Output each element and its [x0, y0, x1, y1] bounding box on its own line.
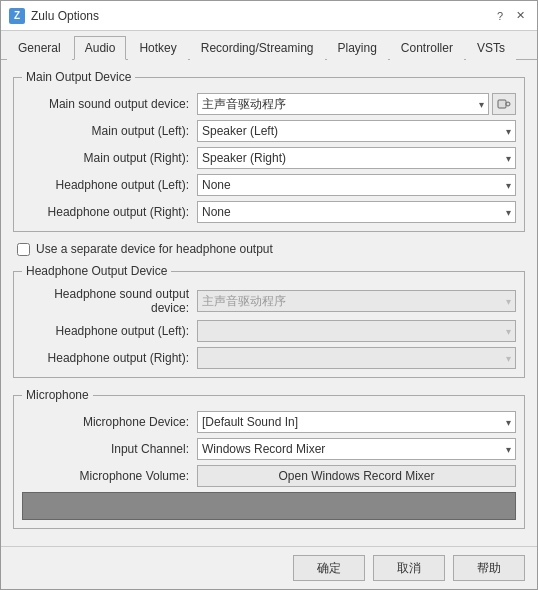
separate-headphone-checkbox[interactable]	[17, 243, 30, 256]
headphone-output-right-dropdown[interactable]: None ▾	[197, 201, 516, 223]
tabs-bar: General Audio Hotkey Recording/Streaming…	[1, 31, 537, 60]
dropdown-arrow: ▾	[506, 417, 511, 428]
dropdown-arrow: ▾	[479, 99, 484, 110]
input-channel-label: Input Channel:	[22, 442, 197, 456]
main-output-right-dropdown[interactable]: Speaker (Right) ▾	[197, 147, 516, 169]
headphone-device-left-dropdown[interactable]: ▾	[197, 320, 516, 342]
tab-controller[interactable]: Controller	[390, 36, 464, 60]
microphone-group: Microphone Microphone Device: [Default S…	[13, 388, 525, 529]
input-channel-dropdown[interactable]: Windows Record Mixer ▾	[197, 438, 516, 460]
headphone-sound-output-dropdown[interactable]: 主声音驱动程序 ▾	[197, 290, 516, 312]
tab-recording-streaming[interactable]: Recording/Streaming	[190, 36, 325, 60]
headphone-device-right-dropdown[interactable]: ▾	[197, 347, 516, 369]
headphone-sound-output-row: Headphone sound output device: 主声音驱动程序 ▾	[22, 287, 516, 315]
headphone-output-right-row: Headphone output (Right): None ▾	[22, 201, 516, 223]
svg-point-1	[506, 102, 510, 106]
content-area: Main Output Device Main sound output dev…	[1, 60, 537, 546]
microphone-volume-row: Microphone Volume: Open Windows Record M…	[22, 465, 516, 487]
separate-headphone-label: Use a separate device for headphone outp…	[36, 242, 273, 256]
main-sound-output-icon-btn[interactable]	[492, 93, 516, 115]
main-output-left-row: Main output (Left): Speaker (Left) ▾	[22, 120, 516, 142]
microphone-device-row: Microphone Device: [Default Sound In] ▾	[22, 411, 516, 433]
dropdown-arrow: ▾	[506, 153, 511, 164]
footer: 确定 取消 帮助	[1, 546, 537, 589]
confirm-button[interactable]: 确定	[293, 555, 365, 581]
main-sound-output-label: Main sound output device:	[22, 97, 197, 111]
headphone-output-left-dropdown[interactable]: None ▾	[197, 174, 516, 196]
svg-rect-0	[498, 100, 506, 108]
headphone-sound-output-label: Headphone sound output device:	[22, 287, 197, 315]
main-output-right-row: Main output (Right): Speaker (Right) ▾	[22, 147, 516, 169]
tab-audio[interactable]: Audio	[74, 36, 127, 60]
main-output-left-label: Main output (Left):	[22, 124, 197, 138]
tab-hotkey[interactable]: Hotkey	[128, 36, 187, 60]
microphone-device-label: Microphone Device:	[22, 415, 197, 429]
tab-general[interactable]: General	[7, 36, 72, 60]
window-title: Zulu Options	[31, 9, 99, 23]
main-output-left-dropdown[interactable]: Speaker (Left) ▾	[197, 120, 516, 142]
volume-bar	[22, 492, 516, 520]
headphone-output-device-group: Headphone Output Device Headphone sound …	[13, 264, 525, 378]
headphone-device-right-row: Headphone output (Right): ▾	[22, 347, 516, 369]
dropdown-arrow: ▾	[506, 126, 511, 137]
dropdown-arrow: ▾	[506, 326, 511, 337]
headphone-output-left-row: Headphone output (Left): None ▾	[22, 174, 516, 196]
title-bar: Z Zulu Options ? ✕	[1, 1, 537, 31]
dropdown-arrow: ▾	[506, 207, 511, 218]
help-footer-button[interactable]: 帮助	[453, 555, 525, 581]
main-output-device-legend: Main Output Device	[22, 70, 135, 84]
input-channel-row: Input Channel: Windows Record Mixer ▾	[22, 438, 516, 460]
title-bar-buttons: ? ✕	[491, 7, 529, 25]
headphone-output-left-label: Headphone output (Left):	[22, 178, 197, 192]
tab-vsts[interactable]: VSTs	[466, 36, 516, 60]
headphone-device-right-label: Headphone output (Right):	[22, 351, 197, 365]
main-window: Z Zulu Options ? ✕ General Audio Hotkey …	[0, 0, 538, 590]
headphone-output-right-label: Headphone output (Right):	[22, 205, 197, 219]
cancel-button[interactable]: 取消	[373, 555, 445, 581]
dropdown-arrow: ▾	[506, 296, 511, 307]
dropdown-arrow: ▾	[506, 444, 511, 455]
separate-headphone-checkbox-row: Use a separate device for headphone outp…	[17, 242, 521, 256]
app-icon: Z	[9, 8, 25, 24]
dropdown-arrow: ▾	[506, 180, 511, 191]
microphone-legend: Microphone	[22, 388, 93, 402]
microphone-device-dropdown[interactable]: [Default Sound In] ▾	[197, 411, 516, 433]
headphone-device-left-label: Headphone output (Left):	[22, 324, 197, 338]
microphone-volume-label: Microphone Volume:	[22, 469, 197, 483]
main-output-device-group: Main Output Device Main sound output dev…	[13, 70, 525, 232]
headphone-output-device-legend: Headphone Output Device	[22, 264, 171, 278]
open-windows-record-mixer-button[interactable]: Open Windows Record Mixer	[197, 465, 516, 487]
main-sound-output-dropdown[interactable]: 主声音驱动程序 ▾	[197, 93, 489, 115]
tab-playing[interactable]: Playing	[327, 36, 388, 60]
headphone-device-left-row: Headphone output (Left): ▾	[22, 320, 516, 342]
main-sound-output-row: Main sound output device: 主声音驱动程序 ▾	[22, 93, 516, 115]
main-output-right-label: Main output (Right):	[22, 151, 197, 165]
help-button[interactable]: ?	[491, 7, 509, 25]
dropdown-arrow: ▾	[506, 353, 511, 364]
close-button[interactable]: ✕	[511, 7, 529, 25]
